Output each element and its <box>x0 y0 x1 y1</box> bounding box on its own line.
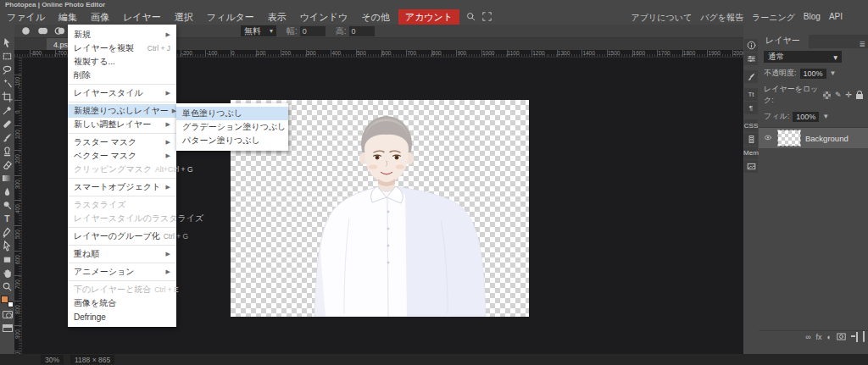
menu-item-19[interactable]: レイヤーのグループ化Ctrl + G <box>68 230 176 243</box>
lock-all-icon[interactable] <box>856 94 863 99</box>
width-input[interactable]: 0 <box>300 26 326 36</box>
eraser-tool[interactable] <box>1 158 14 171</box>
brush-tool[interactable] <box>1 131 14 144</box>
menu-item-26[interactable]: 画像を統合 <box>68 296 176 310</box>
effects-icon[interactable]: fx <box>816 333 822 341</box>
shape-tool[interactable] <box>1 253 14 266</box>
menu-item-1[interactable]: レイヤーを複製Ctrl + J <box>68 41 176 55</box>
marquee-tool[interactable] <box>1 50 14 63</box>
top-link-2[interactable]: ラーニング <box>752 12 795 24</box>
ruler-tick <box>14 301 22 301</box>
menubar-item-3[interactable]: レイヤー <box>116 10 168 25</box>
lasso-tool[interactable] <box>1 64 14 76</box>
opacity-value[interactable]: 100% <box>800 69 826 79</box>
info-icon[interactable] <box>744 39 758 52</box>
layer-thumbnail[interactable] <box>778 130 800 146</box>
color-swatches[interactable] <box>1 296 14 307</box>
menu-item-label: 削除 <box>74 69 91 81</box>
top-link-1[interactable]: バグを報告 <box>700 12 743 24</box>
menubar-item-1[interactable]: 編集 <box>52 10 84 25</box>
adjust-icon[interactable] <box>744 53 758 65</box>
pen-tool[interactable] <box>1 226 14 239</box>
ratio-select[interactable]: 無料▾ <box>241 25 276 36</box>
blend-mode-select[interactable]: 通常 ▾ <box>764 51 842 63</box>
subtract-selection-icon[interactable] <box>53 25 66 36</box>
visibility-eye-icon[interactable] <box>763 134 773 143</box>
height-input[interactable]: 0 <box>349 26 375 36</box>
brush-presets-icon[interactable] <box>744 70 758 83</box>
submenu-item-2[interactable]: パターン塗りつぶし <box>176 134 288 147</box>
mask-icon[interactable] <box>837 333 846 342</box>
magic-wand-tool[interactable] <box>1 77 14 90</box>
menu-item-7[interactable]: 新規塗りつぶしレイヤー▶ <box>68 104 176 118</box>
type-tool[interactable]: T <box>1 213 14 225</box>
hand-tool[interactable] <box>1 267 14 279</box>
css-panel-icon[interactable]: CSS <box>744 119 758 132</box>
dodge-tool[interactable] <box>1 199 14 212</box>
menubar-item-0[interactable]: ファイル <box>0 10 52 25</box>
new-selection-icon[interactable] <box>19 25 32 36</box>
menubar-item-5[interactable]: フィルター <box>200 10 261 25</box>
spot-heal-tool[interactable] <box>1 118 14 130</box>
add-selection-icon[interactable] <box>36 25 49 36</box>
move-tool[interactable] <box>1 36 14 49</box>
chevron-down-icon: ▾ <box>833 53 837 62</box>
top-link-4[interactable]: API <box>829 12 843 24</box>
menu-item-10[interactable]: ラスター マスク▶ <box>68 135 176 149</box>
account-button[interactable]: アカウント <box>398 9 459 25</box>
lock-paint-icon[interactable]: ✎ <box>835 91 842 99</box>
menu-item-5[interactable]: レイヤースタイル▶ <box>68 86 176 100</box>
fill-value[interactable]: 100% <box>793 112 819 122</box>
link-icon[interactable]: ∞ <box>805 333 810 341</box>
submenu-item-1[interactable]: グラデーション塗りつぶし <box>176 120 288 134</box>
menu-item-label: レイヤーのグループ化 <box>74 230 160 242</box>
top-link-0[interactable]: アプリについて <box>632 12 693 24</box>
menubar-item-6[interactable]: 表示 <box>261 10 293 25</box>
adjustment-icon[interactable]: ◐ <box>827 333 832 341</box>
menu-item-2[interactable]: 複製する... <box>68 55 176 69</box>
menubar-item-8[interactable]: その他 <box>354 10 397 25</box>
menu-item-11[interactable]: ベクター マスク▶ <box>68 149 176 163</box>
menu-item-0[interactable]: 新規▶ <box>68 28 176 41</box>
tab-layers[interactable]: レイヤー <box>759 33 809 48</box>
top-link-3[interactable]: Blog <box>804 12 821 24</box>
menu-item-3[interactable]: 削除 <box>68 69 176 82</box>
blur-tool[interactable] <box>1 185 14 198</box>
submenu-item-0[interactable]: 単色塗りつぶし <box>176 107 288 120</box>
menu-item-21[interactable]: 重ね順▶ <box>68 247 176 261</box>
menubar-item-2[interactable]: 画像 <box>84 10 116 25</box>
path-select-tool[interactable] <box>1 240 14 252</box>
lock-transparency-icon[interactable] <box>823 91 831 99</box>
menu-item-14[interactable]: スマートオブジェクト▶ <box>68 180 176 194</box>
quick-mask-tool[interactable] <box>1 308 14 321</box>
layer-row[interactable]: Background <box>759 128 868 148</box>
background-color-swatch[interactable] <box>8 301 14 307</box>
menubar-item-4[interactable]: 選択 <box>168 10 200 25</box>
new-layer-icon[interactable] <box>856 333 858 341</box>
zoom-level[interactable]: 30% <box>41 355 64 364</box>
zoom-tool[interactable] <box>1 280 14 293</box>
menu-item-label: 新規塗りつぶしレイヤー <box>74 105 169 117</box>
eyedropper-tool[interactable] <box>1 104 14 117</box>
clone-stamp-tool[interactable] <box>1 145 14 158</box>
fullscreen-icon[interactable] <box>482 12 492 23</box>
paragraph-panel-icon[interactable]: ¶ <box>744 102 758 114</box>
menubar-item-7[interactable]: ウインドウ <box>293 10 354 25</box>
delete-icon[interactable] <box>863 333 865 341</box>
opacity-dropdown-icon[interactable]: ▼ <box>830 69 837 77</box>
screen-mode-tool[interactable] <box>1 322 14 335</box>
memory-panel-icon[interactable]: Mem <box>744 147 758 159</box>
menu-item-27[interactable]: Defringe <box>68 310 176 324</box>
lock-position-icon[interactable]: ✛ <box>845 91 852 99</box>
gradient-tool[interactable] <box>1 172 14 185</box>
image-panel-icon[interactable] <box>744 160 758 173</box>
menu-item-23[interactable]: アニメーション▶ <box>68 265 176 279</box>
character-panel-icon[interactable]: Tt <box>744 88 758 101</box>
ruler-label: 300 <box>14 180 20 189</box>
panel-menu-icon[interactable]: ≣ <box>859 40 868 48</box>
menu-item-8[interactable]: 新しい調整レイヤー▶ <box>68 118 176 131</box>
crop-tool[interactable] <box>1 91 14 103</box>
search-icon[interactable] <box>466 12 476 23</box>
fill-dropdown-icon[interactable]: ▼ <box>822 113 829 120</box>
notes-panel-icon[interactable] <box>744 133 758 146</box>
